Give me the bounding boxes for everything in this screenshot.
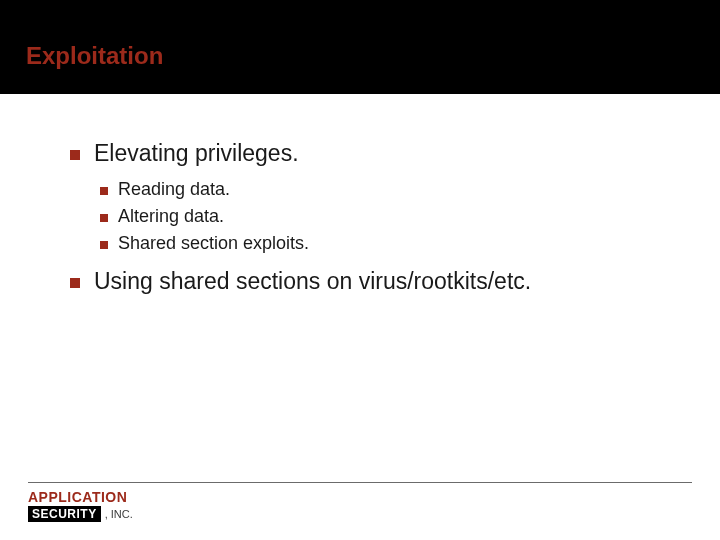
square-bullet-icon: [100, 187, 108, 195]
logo-line-application: APPLICATION: [28, 490, 133, 504]
logo-inc-text: , INC.: [105, 508, 133, 520]
square-bullet-icon: [70, 278, 80, 288]
slide-title: Exploitation: [26, 42, 163, 70]
bullet-level1: Elevating privileges.: [70, 140, 670, 167]
bullet-level1: Using shared sections on virus/rootkits/…: [70, 268, 670, 295]
bullet-level2: Altering data.: [100, 206, 670, 227]
logo-security-box: SECURITY: [28, 506, 101, 522]
square-bullet-icon: [70, 150, 80, 160]
footer-logo: APPLICATION SECURITY , INC.: [28, 490, 133, 522]
bullet-level2: Shared section exploits.: [100, 233, 670, 254]
square-bullet-icon: [100, 241, 108, 249]
bullet-text: Using shared sections on virus/rootkits/…: [94, 268, 531, 295]
logo-line-security: SECURITY , INC.: [28, 506, 133, 522]
slide-body: Elevating privileges. Reading data. Alte…: [70, 140, 670, 307]
sub-bullets: Reading data. Altering data. Shared sect…: [100, 179, 670, 254]
bullet-text: Altering data.: [118, 206, 224, 227]
bullet-text: Reading data.: [118, 179, 230, 200]
bullet-text: Shared section exploits.: [118, 233, 309, 254]
footer-rule: [28, 482, 692, 483]
bullet-level2: Reading data.: [100, 179, 670, 200]
square-bullet-icon: [100, 214, 108, 222]
title-band: Exploitation: [0, 0, 720, 94]
bullet-text: Elevating privileges.: [94, 140, 299, 167]
slide: Exploitation Elevating privileges. Readi…: [0, 0, 720, 540]
